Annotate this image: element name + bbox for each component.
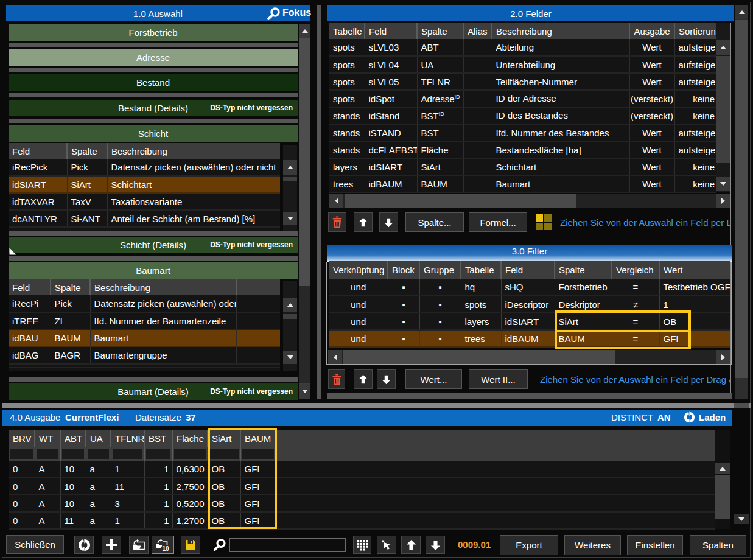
svg-text:10: 10	[163, 545, 170, 551]
